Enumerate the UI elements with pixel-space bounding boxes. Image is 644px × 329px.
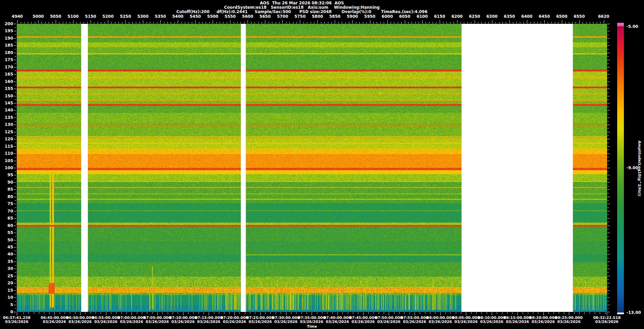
frequency-tick-right (607, 139, 610, 139)
frequency-tick-label: 10 (0, 295, 13, 300)
frequency-tick-label: 95 (0, 173, 13, 177)
frequency-tick-label: 195 (0, 29, 13, 33)
top-axis-minor-tick (272, 22, 272, 23)
time-minor-tick (445, 312, 446, 314)
top-axis-minor-tick (453, 22, 454, 23)
top-axis-tick (562, 20, 562, 23)
top-axis-minor-tick (59, 22, 59, 23)
frequency-minor-tick (15, 164, 16, 164)
frequency-minor-tick (15, 70, 16, 71)
frequency-tick-label: 170 (0, 65, 13, 69)
time-minor-tick (590, 312, 590, 314)
top-axis-minor-tick (63, 22, 63, 23)
frequency-tick (14, 38, 16, 39)
time-minor-tick (188, 312, 189, 314)
frequency-tick-right (607, 283, 610, 283)
top-axis-tick (352, 20, 353, 23)
frequency-minor-tick-right (607, 35, 609, 35)
top-axis-tick-label: 5250 (120, 14, 131, 19)
time-minor-tick (60, 312, 60, 314)
spectrogram-canvas[interactable] (17, 24, 607, 312)
top-axis-minor-tick (293, 22, 293, 23)
frequency-tick-label: 25 (0, 274, 13, 278)
time-tick (440, 312, 441, 315)
top-axis-minor-tick (45, 22, 46, 23)
top-axis-minor-tick (569, 22, 569, 23)
top-axis-minor-tick (311, 22, 311, 23)
top-axis-tick-label: 6200 (451, 14, 463, 19)
time-tick-date: 03/26/2026 (223, 320, 246, 324)
time-minor-tick (152, 312, 153, 314)
frequency-tick-right (607, 182, 610, 183)
time-minor-tick (471, 312, 472, 314)
time-tick (106, 312, 106, 315)
frequency-tick (14, 89, 16, 89)
frequency-tick-label: 185 (0, 43, 13, 48)
top-axis-minor-tick (255, 22, 255, 23)
time-minor-tick (595, 312, 595, 314)
time-minor-tick (126, 312, 127, 314)
frequency-minor-tick-right (607, 215, 609, 215)
time-minor-tick (239, 312, 240, 314)
frequency-tick-right (607, 96, 610, 96)
time-minor-tick (34, 312, 34, 314)
frequency-minor-tick (15, 272, 16, 273)
time-minor-tick (276, 312, 276, 314)
frequency-tick (14, 204, 16, 204)
time-tick (157, 312, 158, 315)
top-axis-tick (91, 20, 91, 23)
time-minor-tick (142, 312, 142, 314)
top-axis-minor-tick (220, 22, 220, 23)
time-tick-date: 03/26/2026 (249, 320, 272, 324)
time-minor-tick (605, 312, 605, 314)
time-minor-tick (600, 312, 600, 314)
time-tick (312, 312, 312, 315)
frequency-tick-label: 115 (0, 144, 13, 149)
frequency-tick-right (607, 312, 610, 312)
time-tick (234, 312, 235, 315)
frequency-minor-tick-right (607, 85, 609, 85)
time-tick (286, 312, 286, 315)
frequency-minor-tick-right (607, 243, 609, 244)
top-axis-tick-label: 5600 (242, 14, 253, 19)
time-tick-date: 03/26/2026 (532, 320, 555, 324)
top-axis-minor-tick (244, 22, 245, 23)
time-tick-date: 03/26/2026 (595, 320, 619, 324)
top-axis-minor-tick (115, 22, 115, 23)
top-axis-minor-tick (297, 22, 297, 23)
top-axis-minor-tick (426, 22, 426, 23)
frequency-minor-tick (15, 179, 16, 179)
top-axis-minor-tick (164, 22, 164, 23)
top-axis-minor-tick (76, 22, 77, 23)
top-axis-minor-tick (502, 22, 503, 23)
time-minor-tick (291, 312, 291, 314)
time-minor-tick (574, 312, 575, 314)
top-axis-minor-tick (307, 22, 307, 23)
frequency-minor-tick-right (607, 49, 609, 49)
frequency-minor-tick (15, 78, 16, 78)
time-minor-tick (435, 312, 435, 314)
top-axis-minor-tick (70, 22, 70, 23)
frequency-minor-tick (15, 265, 16, 266)
top-axis-tick (604, 20, 604, 23)
top-axis-minor-tick (586, 22, 587, 23)
top-axis-minor-tick (412, 22, 412, 23)
frequency-minor-tick-right (607, 279, 609, 280)
top-axis-minor-tick (240, 22, 241, 23)
top-axis-minor-tick (24, 22, 24, 23)
frequency-tick-right (607, 175, 610, 175)
time-minor-tick (91, 312, 91, 314)
top-axis-minor-tick (468, 22, 468, 23)
top-axis-minor-tick (450, 22, 450, 23)
time-tick-date: 03/26/2026 (197, 320, 220, 324)
top-axis-minor-tick (132, 22, 133, 23)
frequency-tick-label: 0 (0, 310, 13, 314)
top-axis-minor-tick (433, 22, 433, 23)
time-tick (80, 312, 80, 315)
time-minor-tick (96, 312, 96, 314)
frequency-tick (14, 161, 16, 161)
time-minor-tick (579, 312, 580, 314)
top-axis-minor-tick (590, 22, 590, 23)
frequency-tick-right (607, 24, 610, 24)
frequency-tick-label: 80 (0, 194, 13, 199)
